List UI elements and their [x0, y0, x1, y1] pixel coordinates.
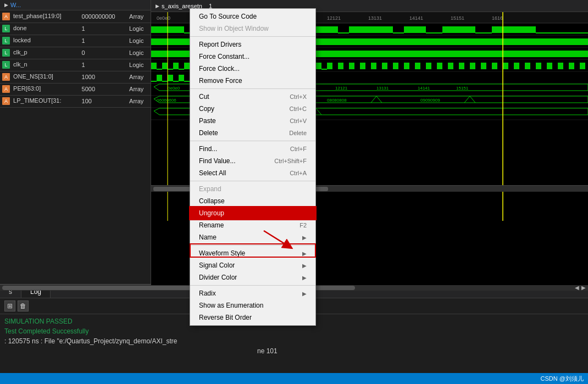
- svg-rect-71: [492, 63, 497, 69]
- menu-item-shortcut: Ctrl+C: [290, 105, 307, 112]
- svg-rect-61: [382, 63, 387, 69]
- signal-cell-name: L locked: [0, 35, 80, 47]
- svg-rect-28: [492, 26, 536, 33]
- menu-item-show-object: Show in Object Window: [190, 23, 315, 35]
- signal-row[interactable]: A PER[63:0] 5000 Array: [0, 83, 151, 95]
- signal-value-cell: 1000: [80, 71, 127, 83]
- menu-item-show-enumeration[interactable]: Show as Enumeration: [190, 299, 315, 311]
- svg-rect-64: [415, 63, 420, 69]
- menu-item-label: Expand: [199, 185, 221, 193]
- svg-text:1616: 1616: [492, 15, 503, 21]
- panel-label: W...: [10, 2, 21, 8]
- log-line-4: ne 101: [4, 346, 584, 356]
- signal-type-icon: L: [2, 49, 10, 57]
- svg-rect-68: [459, 63, 464, 69]
- signal-cell-name: A LP_TIMEOUT[31:: [0, 95, 80, 107]
- signal-type-cell: Array: [127, 71, 151, 83]
- svg-rect-25: [349, 26, 393, 33]
- menu-item-go-to-source[interactable]: Go To Source Code: [190, 10, 315, 23]
- signal-type-cell: Logic: [127, 35, 151, 47]
- signal-type-icon: L: [2, 37, 10, 44]
- svg-text:12121: 12121: [335, 86, 348, 91]
- menu-item-label: Select All: [199, 169, 226, 177]
- menu-item-remove-force[interactable]: Remove Force: [190, 75, 315, 87]
- svg-rect-97: [168, 75, 173, 81]
- signal-type-cell: Logic: [127, 23, 151, 35]
- svg-rect-78: [569, 63, 574, 69]
- signal-row[interactable]: A LP_TIMEOUT[31: 100 Array: [0, 95, 151, 107]
- signal-type-icon: A: [2, 85, 10, 93]
- svg-rect-67: [448, 63, 453, 69]
- signal-cell-name: L clk_p: [0, 47, 80, 59]
- menu-item-paste[interactable]: PasteCtrl+V: [190, 115, 315, 127]
- svg-text:14141: 14141: [418, 86, 430, 91]
- signal-type-icon: L: [2, 25, 10, 32]
- menu-item-delete[interactable]: DeleteDelete: [190, 127, 315, 139]
- signal-cell-name: A ONE_NS[31:0]: [0, 71, 80, 83]
- menu-item-report-drivers[interactable]: Report Drivers: [190, 38, 315, 51]
- signal-type-icon: A: [2, 97, 10, 105]
- signal-name-text: PER[63:0]: [13, 85, 41, 92]
- svg-rect-41: [162, 63, 168, 69]
- menu-item-force-constant[interactable]: Force Constant...: [190, 51, 315, 63]
- menu-item-shortcut: Delete: [289, 130, 307, 136]
- submenu-arrow-icon: ▶: [302, 275, 307, 281]
- delete-button[interactable]: 🗑: [18, 300, 29, 311]
- svg-rect-96: [157, 75, 162, 81]
- signal-row[interactable]: L locked 1 Logic: [0, 35, 151, 47]
- menu-item-cut[interactable]: CutCtrl+X: [190, 91, 315, 103]
- svg-rect-70: [481, 63, 486, 69]
- menu-item-reverse-bit[interactable]: Reverse Bit Order: [190, 311, 315, 324]
- status-right-text: CSDN @刘须儿: [541, 375, 584, 383]
- panel-header: ▶ W...: [0, 0, 151, 10]
- signal-value-cell: 1: [80, 23, 127, 35]
- menu-item-shortcut: Ctrl+X: [290, 93, 307, 100]
- svg-rect-59: [360, 63, 365, 69]
- menu-item-label: Delete: [199, 129, 218, 137]
- signal-cell-name: L clk_n: [0, 59, 80, 71]
- menu-separator: [190, 285, 315, 286]
- menu-separator: [190, 245, 315, 246]
- signal-name-text: ONE_NS[31:0]: [13, 73, 53, 80]
- menu-item-signal-color[interactable]: Signal Color▶: [190, 259, 315, 271]
- menu-item-waveform-style[interactable]: Waveform Style▶: [190, 247, 315, 259]
- wf-expand-icon: ▶: [156, 3, 159, 9]
- menu-item-shortcut: F2: [299, 222, 307, 229]
- signal-row[interactable]: L clk_n 1 Logic: [0, 59, 151, 71]
- signal-row[interactable]: A ONE_NS[31:0] 1000 Array: [0, 71, 151, 83]
- menu-item-label: Report Drivers: [199, 41, 241, 48]
- signal-value-cell: 0000000000: [80, 10, 127, 23]
- app-container: ▶ W... A test_phase[119:0] 0000000000 Ar…: [0, 0, 588, 384]
- table-view-button[interactable]: ⊞: [4, 300, 15, 311]
- svg-rect-77: [558, 63, 563, 69]
- signal-table: A test_phase[119:0] 0000000000 Array L d…: [0, 10, 151, 108]
- signal-row[interactable]: L clk_p 0 Logic: [0, 47, 151, 59]
- signal-value-cell: 1: [80, 35, 127, 47]
- menu-item-label: Force Constant...: [199, 53, 249, 60]
- signal-cell-name: A test_phase[119:0]: [0, 10, 80, 23]
- menu-item-ungroup[interactable]: Ungroup: [190, 207, 315, 219]
- menu-item-label: Show in Object Window: [199, 25, 269, 32]
- svg-text:0e0e0: 0e0e0: [168, 86, 180, 91]
- context-menu: Go To Source CodeShow in Object WindowRe…: [190, 8, 316, 326]
- svg-rect-56: [327, 63, 332, 69]
- menu-item-find[interactable]: Find...Ctrl+F: [190, 143, 315, 155]
- signal-name-text: done: [13, 25, 26, 31]
- menu-item-rename[interactable]: RenameF2: [190, 219, 315, 231]
- menu-item-label: Cut: [199, 93, 209, 101]
- signal-row[interactable]: L done 1 Logic: [0, 23, 151, 35]
- menu-item-radix[interactable]: Radix▶: [190, 287, 315, 299]
- signal-row[interactable]: A test_phase[119:0] 0000000000 Array: [0, 10, 151, 23]
- menu-item-label: Go To Source Code: [199, 13, 257, 20]
- menu-item-name[interactable]: Name▶: [190, 231, 315, 243]
- menu-item-copy[interactable]: CopyCtrl+C: [190, 103, 315, 115]
- menu-item-find-value[interactable]: Find Value...Ctrl+Shift+F: [190, 155, 315, 167]
- menu-item-force-clock[interactable]: Force Clock...: [190, 63, 315, 75]
- svg-rect-73: [514, 63, 519, 69]
- menu-item-collapse[interactable]: Collapse: [190, 195, 315, 207]
- menu-item-label: Signal Color: [199, 261, 235, 269]
- menu-item-label: Paste: [199, 117, 216, 125]
- menu-item-divider-color[interactable]: Divider Color▶: [190, 271, 315, 283]
- svg-rect-98: [179, 75, 184, 81]
- menu-item-select-all[interactable]: Select AllCtrl+A: [190, 167, 315, 179]
